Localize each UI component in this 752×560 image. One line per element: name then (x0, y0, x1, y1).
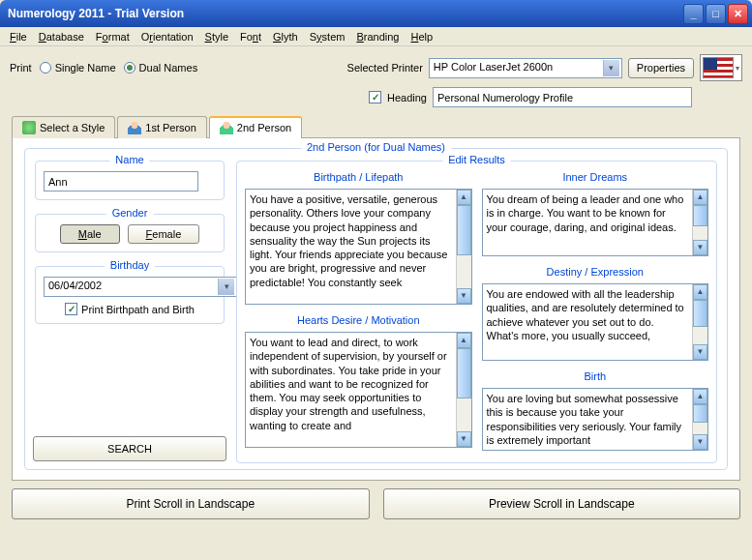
birthday-fieldset: Birthday 06/04/2002 Print Birthpath and … (35, 266, 225, 324)
print-label: Print (10, 62, 32, 74)
male-button[interactable]: Male (60, 224, 120, 244)
birth-label: Birth (482, 370, 709, 382)
menu-format[interactable]: Format (90, 29, 135, 44)
single-name-radio[interactable]: Single Name (40, 62, 116, 74)
toolbar: Print Single Name Dual Names Selected Pr… (0, 46, 752, 85)
inner-dreams-label: Inner Dreams (482, 171, 709, 183)
gender-fieldset: Gender Male Female (35, 214, 225, 252)
edit-results-fieldset: Edit Results Birthpath / Lifepath You ha… (236, 161, 717, 463)
search-button[interactable]: SEARCH (33, 436, 226, 461)
chevron-down-icon: ▾ (736, 64, 739, 73)
bottom-buttons: Print Scroll in Landscape Preview Scroll… (0, 488, 752, 529)
tab-content: 2nd Person (for Dual Names) Name Gender … (12, 137, 740, 481)
tab-second-person[interactable]: 2nd Person (209, 116, 302, 138)
maximize-button[interactable]: □ (706, 4, 726, 24)
heading-checkbox[interactable] (369, 91, 381, 103)
minimize-button[interactable]: _ (683, 4, 704, 24)
us-flag-icon (703, 57, 734, 78)
scroll-up-icon[interactable]: ▲ (693, 190, 707, 205)
printer-dropdown[interactable]: HP Color LaserJet 2600n (429, 58, 622, 78)
tab-label: 2nd Person (237, 122, 291, 133)
scroll-up-icon[interactable]: ▲ (457, 333, 471, 348)
scroll-down-icon[interactable]: ▼ (693, 240, 707, 255)
hearts-desire-text: You want to lead and direct, to work ind… (246, 333, 456, 447)
birthpath-textarea[interactable]: You have a positive, versatile, generous… (245, 189, 472, 305)
scroll-down-icon[interactable]: ▼ (693, 434, 707, 450)
destiny-text: You are endowed with all the leadership … (483, 284, 693, 360)
scroll-up-icon[interactable]: ▲ (693, 389, 707, 404)
printer-value: HP Color LaserJet 2600n (434, 61, 553, 73)
edit-results-title: Edit Results (442, 154, 511, 165)
inner-dreams-textarea[interactable]: You dream of being a leader and one who … (482, 189, 709, 256)
scroll-up-icon[interactable]: ▲ (457, 190, 471, 205)
hearts-desire-label: Hearts Desire / Motivation (245, 314, 472, 326)
tab-select-style[interactable]: Select a Style (12, 116, 115, 138)
birth-textarea[interactable]: You are loving but somewhat possessive t… (482, 388, 709, 451)
birthpath-text: You have a positive, versatile, generous… (246, 190, 456, 304)
dual-names-radio[interactable]: Dual Names (124, 62, 198, 74)
birthday-dropdown[interactable]: 06/04/2002 (44, 277, 237, 297)
properties-button[interactable]: Properties (628, 58, 694, 78)
menu-branding[interactable]: Branding (350, 29, 405, 44)
name-fieldset: Name (35, 161, 225, 200)
birthday-label: Birthday (105, 259, 155, 271)
tab-first-person[interactable]: 1st Person (117, 116, 207, 138)
language-selector[interactable]: ▾ (700, 54, 742, 81)
radio-icon (40, 62, 51, 74)
window-title: Numerology 2011 - Trial Version (4, 7, 683, 20)
tabs: Select a Style 1st Person 2nd Person (0, 115, 752, 137)
scrollbar[interactable]: ▲▼ (692, 190, 707, 255)
destiny-label: Destiny / Expression (482, 266, 709, 278)
scroll-down-icon[interactable]: ▼ (693, 344, 707, 360)
scrollbar[interactable]: ▲▼ (692, 284, 707, 360)
dual-names-label: Dual Names (139, 62, 198, 74)
style-icon (22, 121, 36, 134)
menu-help[interactable]: Help (405, 29, 438, 44)
menu-file[interactable]: File (4, 29, 33, 44)
print-birthpath-label: Print Birthpath and Birth (81, 304, 195, 315)
toolbar-row2: Heading (0, 85, 752, 115)
menu-glyth[interactable]: Glyth (267, 29, 304, 44)
female-button[interactable]: Female (128, 224, 200, 244)
scroll-down-icon[interactable]: ▼ (457, 431, 471, 447)
heading-input[interactable] (433, 87, 692, 107)
preview-scroll-button[interactable]: Preview Scroll in Landscape (383, 488, 741, 519)
menu-style[interactable]: Style (199, 29, 234, 44)
single-name-label: Single Name (55, 62, 116, 74)
scroll-down-icon[interactable]: ▼ (457, 288, 471, 304)
hearts-desire-textarea[interactable]: You want to lead and direct, to work ind… (245, 332, 472, 448)
person-icon (220, 121, 233, 134)
destiny-textarea[interactable]: You are endowed with all the leadership … (482, 283, 709, 361)
titlebar: Numerology 2011 - Trial Version _ □ ✕ (0, 0, 752, 27)
birth-text: You are loving but somewhat possessive t… (483, 389, 693, 450)
birthday-value: 06/04/2002 (48, 280, 102, 291)
print-birthpath-checkbox[interactable] (65, 303, 77, 315)
tab-label: 1st Person (145, 122, 196, 133)
menubar: File Database Format Orientation Style F… (0, 27, 752, 46)
selected-printer-label: Selected Printer (347, 62, 423, 74)
menu-orientation[interactable]: Orientation (135, 29, 199, 44)
scrollbar[interactable]: ▲▼ (692, 389, 707, 450)
second-person-fieldset: 2nd Person (for Dual Names) Name Gender … (24, 148, 728, 470)
tab-label: Select a Style (40, 122, 105, 133)
menu-font[interactable]: Font (234, 29, 267, 44)
heading-label: Heading (387, 92, 427, 103)
person-icon (128, 121, 141, 134)
close-button[interactable]: ✕ (728, 4, 748, 24)
menu-system[interactable]: System (304, 29, 351, 44)
scrollbar[interactable]: ▲▼ (456, 190, 471, 304)
scrollbar[interactable]: ▲▼ (456, 333, 471, 447)
print-scroll-button[interactable]: Print Scroll in Landscape (12, 488, 370, 519)
scroll-up-icon[interactable]: ▲ (693, 284, 707, 300)
menu-database[interactable]: Database (33, 29, 90, 44)
birthpath-label: Birthpath / Lifepath (245, 171, 472, 183)
fieldset-title: 2nd Person (for Dual Names) (301, 141, 451, 153)
radio-icon (124, 62, 135, 74)
inner-dreams-text: You dream of being a leader and one who … (483, 190, 693, 255)
name-label: Name (109, 154, 149, 165)
gender-label: Gender (106, 207, 154, 219)
name-input[interactable] (44, 171, 198, 192)
